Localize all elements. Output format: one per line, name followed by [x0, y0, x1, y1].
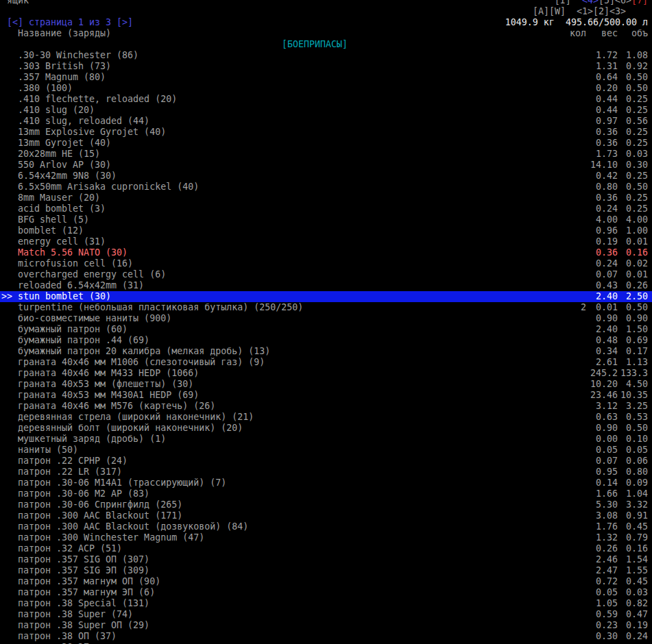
item-row[interactable]: 8mm Mauser (20)0.360.25 — [0, 193, 652, 203]
item-count — [549, 160, 586, 171]
item-row[interactable]: bomblet (12)0.961.00 — [0, 225, 652, 236]
item-weight: 0.97 — [586, 116, 618, 127]
item-row[interactable]: патрон .22 LR (317)0.950.80 — [0, 467, 652, 478]
item-volume: 0.53 — [618, 412, 648, 423]
item-row[interactable]: патрон .300 AAC Blackout (дозвуковой) (8… — [0, 521, 652, 532]
item-row[interactable]: energy cell (31)0.190.01 — [0, 236, 652, 247]
item-row[interactable]: патрон .357 магнум ОП (90)0.720.45 — [0, 576, 652, 587]
item-name: патрон .357 SIG ОП (307) — [0, 554, 549, 565]
item-row[interactable]: патрон .38 Super ОП (29)0.230.19 — [0, 620, 652, 631]
item-row[interactable]: патрон .38 Special (131)1.050.82 — [0, 598, 652, 609]
item-row[interactable]: граната 40x46 мм M1006 (слезоточивый газ… — [0, 357, 652, 368]
item-name: патрон .38 Super ОП (29) — [0, 620, 549, 631]
item-row[interactable]: 550 Arlov AP (30)14.100.30 — [0, 160, 652, 171]
item-row[interactable]: патрон .357 SIG ЭП (309)2.471.55 — [0, 565, 652, 576]
item-name: граната 40x46 мм M433 HEDP (1066) — [0, 368, 549, 379]
item-row[interactable]: граната 40x46 мм M433 HEDP (1066)245.213… — [0, 368, 652, 379]
item-row[interactable]: .410 flechette, reloaded (20)0.440.25 — [0, 94, 652, 105]
item-name: 13mm Gyrojet (40) — [0, 138, 549, 149]
item-row[interactable]: патрон .30-06 M2 AP (83)1.661.04 — [0, 488, 652, 499]
item-row[interactable]: мушкетный заряд (дробь) (1)0.000.10 — [0, 434, 652, 445]
item-count — [549, 631, 586, 642]
item-row[interactable]: патрон .38 Super (74)0.590.47 — [0, 609, 652, 620]
item-name: био-совместимые наниты (900) — [0, 313, 549, 324]
item-count — [549, 423, 586, 434]
item-row[interactable]: .410 slug (20)0.440.25 — [0, 105, 652, 116]
item-name: .303 British (73) — [0, 61, 549, 72]
item-row[interactable]: reloaded 6.54x42mm (31)0.430.26 — [0, 280, 652, 291]
item-row[interactable]: 20x28mm HE (15)1.730.03 — [0, 149, 652, 160]
item-row[interactable]: граната 40x53 мм M430A1 HEDP (69)23.4610… — [0, 390, 652, 401]
item-name: деревянный болт (широкий наконечник) (20… — [0, 423, 549, 434]
item-volume: 133.3 — [618, 368, 648, 379]
item-row[interactable]: turpentine (небольшая пластиковая бутылк… — [0, 302, 652, 313]
item-row[interactable]: 13mm Gyrojet (40)0.360.25 — [0, 138, 652, 149]
item-row[interactable]: Match 5.56 NATO (30)0.360.16 — [0, 247, 652, 258]
item-volume: 0.01 — [618, 269, 648, 280]
item-volume: 0.25 — [618, 193, 648, 203]
item-row[interactable]: патрон .300 AAC Blackout (171)3.080.91 — [0, 510, 652, 521]
item-row[interactable]: патрон .357 магнум ЭП (6)0.050.03 — [0, 587, 652, 598]
item-row[interactable]: .410 slug, reloaded (44)0.970.56 — [0, 116, 652, 127]
item-row[interactable]: 13mm Explosive Gyrojet (40)0.360.25 — [0, 127, 652, 138]
item-row[interactable]: патрон .22 CPHP (24)0.070.06 — [0, 456, 652, 467]
pane-selector-segment[interactable]: <4> — [582, 0, 599, 5]
totals-separator — [555, 17, 566, 27]
item-volume: 0.50 — [618, 83, 648, 94]
item-row[interactable]: деревянный болт (широкий наконечник) (20… — [0, 423, 652, 434]
item-volume: 0.03 — [618, 587, 648, 598]
item-row[interactable]: наниты (50)0.050.05 — [0, 445, 652, 456]
item-row[interactable]: граната 40x46 мм M576 (картечь) (26)3.12… — [0, 401, 652, 412]
item-count — [549, 182, 586, 193]
item-row[interactable]: .303 British (73)1.310.92 — [0, 61, 652, 72]
item-row[interactable]: бумажный патрон (60)2.401.50 — [0, 324, 652, 335]
item-count — [549, 116, 586, 127]
pane-selector-segment[interactable]: [7] — [631, 0, 648, 5]
item-row[interactable]: патрон .30-06 Спрингфилд (265)5.303.32 — [0, 499, 652, 510]
item-row[interactable]: BFG shell (5)4.004.00 — [0, 214, 652, 225]
item-name: overcharged energy cell (6) — [0, 269, 549, 280]
pane-selector-segment[interactable]: [5]<6> — [599, 0, 631, 5]
item-row[interactable]: >>stun bomblet (30)2.402.50 — [0, 291, 652, 302]
item-weight: 0.43 — [586, 280, 618, 291]
item-row[interactable]: патрон .38 ОП (37)0.300.24 — [0, 631, 652, 642]
item-row[interactable]: .357 Magnum (80)0.640.50 — [0, 72, 652, 83]
pane-location-selector-row2[interactable]: [А][W] <1>[2]<3> — [533, 6, 626, 17]
item-row[interactable]: .380 (100)0.200.50 — [0, 83, 652, 94]
item-row[interactable]: overcharged energy cell (6)0.070.01 — [0, 269, 652, 280]
column-header-volume: объ — [618, 28, 648, 39]
item-name: патрон .38 Super (74) — [0, 609, 549, 620]
item-volume: 0.56 — [618, 116, 648, 127]
selection-marker: >> — [1, 291, 12, 302]
item-row[interactable]: патрон .32 ACP (51)0.260.16 — [0, 543, 652, 554]
item-count — [549, 247, 586, 258]
item-weight: 0.14 — [586, 478, 618, 488]
item-row[interactable]: патрон .30-06 M14A1 (трассирующий) (7)0.… — [0, 478, 652, 488]
item-row[interactable]: патрон .300 Winchester Magnum (47)1.320.… — [0, 532, 652, 543]
item-count — [549, 236, 586, 247]
item-row[interactable]: .30-30 Winchester (86)1.721.08 — [0, 50, 652, 61]
item-count — [549, 390, 586, 401]
item-name: acid bomblet (3) — [0, 203, 549, 214]
item-row[interactable]: acid bomblet (3)0.240.25 — [0, 203, 652, 214]
pane-selector-segment[interactable]: [I] — [555, 0, 582, 5]
item-name: .380 (100) — [0, 83, 549, 94]
pane-location-selector-row1[interactable]: [I] <4>[5]<6>[7] — [555, 0, 648, 6]
item-row[interactable]: 6.54x42mm 9N8 (30)0.420.25 — [0, 171, 652, 182]
item-row[interactable]: граната 40x53 мм (флешетты) (30)10.204.5… — [0, 379, 652, 390]
item-count — [549, 488, 586, 499]
pagination-control[interactable]: [<] страница 1 из 3 [>] — [7, 17, 133, 28]
item-volume: 0.50 — [618, 72, 648, 83]
item-row[interactable]: патрон .357 SIG ОП (307)2.461.54 — [0, 554, 652, 565]
item-row[interactable]: бумажный патрон .44 (69)0.480.69 — [0, 335, 652, 346]
item-row[interactable]: 6.5x50mm Arisaka cupronickel (40)0.800.5… — [0, 182, 652, 193]
item-name: патрон .38 Special (131) — [0, 598, 549, 609]
item-row[interactable]: microfusion cell (16)0.240.02 — [0, 258, 652, 269]
item-row[interactable]: био-совместимые наниты (900)0.900.90 — [0, 313, 652, 324]
item-weight: 1.73 — [586, 149, 618, 160]
item-row[interactable]: бумажный патрон 20 калибра (мелкая дробь… — [0, 346, 652, 357]
item-row[interactable]: деревянная стрела (широкий наконечник) (… — [0, 412, 652, 423]
item-name: граната 40x53 мм M430A1 HEDP (69) — [0, 390, 549, 401]
item-weight: 0.00 — [586, 434, 618, 445]
item-weight: 0.36 — [586, 247, 618, 258]
